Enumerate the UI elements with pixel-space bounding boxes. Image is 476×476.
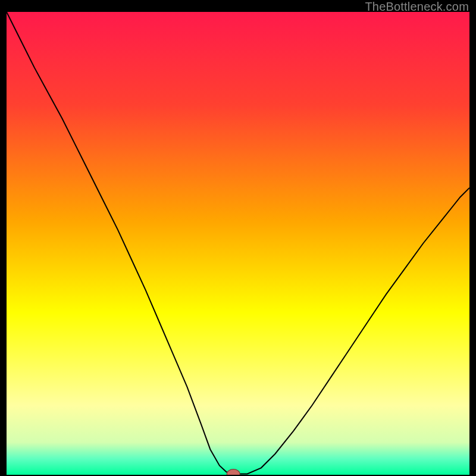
chart-background: [7, 12, 469, 475]
bottleneck-chart: [7, 12, 469, 475]
chart-frame: [7, 12, 469, 475]
